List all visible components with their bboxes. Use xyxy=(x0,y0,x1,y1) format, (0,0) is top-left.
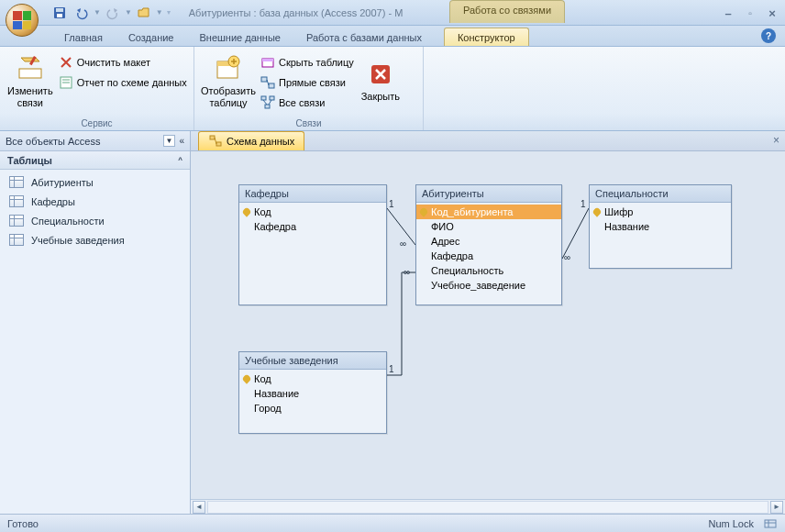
nav-collapse-icon[interactable]: « xyxy=(179,136,184,146)
scroll-track[interactable] xyxy=(207,501,768,514)
section-collapse-icon[interactable]: ^ xyxy=(178,156,182,164)
folder-open-icon xyxy=(137,6,151,20)
entity-spec[interactable]: СпециальностиШифрНазвание xyxy=(589,184,732,269)
direct-relationships-button[interactable]: Прямые связи xyxy=(257,72,358,93)
rel-label: 1 xyxy=(389,364,394,374)
undo-button[interactable] xyxy=(72,3,92,23)
redo-icon xyxy=(105,6,120,20)
rel-label: 1 xyxy=(389,199,394,209)
scroll-left-button[interactable]: ◄ xyxy=(193,501,205,514)
direct-rel-icon xyxy=(260,75,275,90)
svg-rect-2 xyxy=(57,14,62,17)
entity-title[interactable]: Абитуриенты xyxy=(416,185,561,203)
svg-rect-18 xyxy=(265,105,270,108)
field-uz-1[interactable]: Название xyxy=(239,386,386,401)
title-bar: ▼ ▼ ▼ ▾ Абитуриенты : база данных (Acces… xyxy=(0,0,785,26)
document-tabs: Схема данных × xyxy=(191,131,785,151)
clear-icon xyxy=(59,55,73,70)
entity-kaf[interactable]: КафедрыКодКафедра xyxy=(238,184,387,305)
office-button[interactable] xyxy=(6,4,39,37)
nav-item-1[interactable]: Кафедры xyxy=(0,192,190,211)
table-icon xyxy=(9,176,24,188)
all-relationships-button[interactable]: Все связи xyxy=(257,93,358,113)
field-abi-2[interactable]: Адрес xyxy=(416,234,561,249)
hide-table-button[interactable]: Скрыть таблицу xyxy=(257,52,358,72)
office-logo-icon xyxy=(13,11,31,29)
status-ready: Готово xyxy=(7,518,39,529)
field-abi-5[interactable]: Учебное_заведение xyxy=(416,278,561,293)
field-spec-1[interactable]: Название xyxy=(590,219,731,234)
svg-rect-21 xyxy=(216,142,221,146)
status-bar: Готово Num Lock xyxy=(0,514,785,532)
navigation-pane: Все объекты Access ▼ « Таблицы ^ Абитури… xyxy=(0,131,191,514)
close-window-button[interactable]: × xyxy=(765,6,779,20)
hide-table-icon xyxy=(260,55,275,70)
svg-rect-3 xyxy=(19,69,41,78)
field-abi-4[interactable]: Специальность xyxy=(416,263,561,278)
tab-external[interactable]: Внешние данные xyxy=(187,28,293,46)
all-rel-icon xyxy=(260,95,275,110)
entity-uz[interactable]: Учебные заведенияКодНазваниеГород xyxy=(238,351,387,434)
entity-title[interactable]: Учебные заведения xyxy=(239,352,386,370)
svg-rect-16 xyxy=(261,96,266,100)
nav-header[interactable]: Все объекты Access ▼ « xyxy=(0,131,190,151)
redo-button[interactable] xyxy=(103,3,123,23)
field-kaf-0[interactable]: Код xyxy=(239,205,386,219)
svg-rect-12 xyxy=(262,59,273,61)
group-label-service: Сервис xyxy=(0,116,193,130)
horizontal-scrollbar[interactable]: ◄ ► xyxy=(191,499,785,514)
entity-abi[interactable]: АбитуриентыКод_абитуриентаФИОАдресКафедр… xyxy=(415,184,562,305)
clear-layout-button[interactable]: Очистить макет xyxy=(55,52,191,72)
field-uz-2[interactable]: Город xyxy=(239,401,386,416)
entity-title[interactable]: Специальности xyxy=(590,185,731,203)
minimize-button[interactable]: – xyxy=(721,6,735,20)
ribbon: Изменить связи Очистить макет Отчет по с… xyxy=(0,47,785,131)
table-icon xyxy=(9,234,24,246)
relationship-report-button[interactable]: Отчет по схеме данных xyxy=(55,72,191,93)
relationship-canvas[interactable]: КафедрыКодКафедраАбитуриентыКод_абитурие… xyxy=(191,151,785,499)
nav-section-tables[interactable]: Таблицы ^ xyxy=(0,151,190,170)
undo-icon xyxy=(74,6,89,20)
quick-access-toolbar: ▼ ▼ ▼ ▾ xyxy=(50,3,171,23)
tab-design[interactable]: Конструктор xyxy=(444,28,529,46)
field-uz-0[interactable]: Код xyxy=(239,371,386,386)
context-tab-label: Работа со связями xyxy=(449,0,565,23)
close-button[interactable]: Закрыть xyxy=(358,50,404,113)
edit-relationships-icon xyxy=(16,54,45,83)
svg-rect-14 xyxy=(269,83,274,88)
doc-tab-schema[interactable]: Схема данных xyxy=(198,131,304,150)
report-icon xyxy=(59,75,73,90)
rel-label: ∞ xyxy=(404,267,410,277)
view-icon[interactable] xyxy=(763,516,778,531)
doc-close-button[interactable]: × xyxy=(773,134,779,147)
field-abi-0[interactable]: Код_абитуриента xyxy=(416,205,561,219)
group-label-relationships: Связи xyxy=(194,116,423,130)
schema-icon xyxy=(208,134,223,149)
tab-create[interactable]: Создание xyxy=(116,28,187,46)
nav-item-0[interactable]: Абитуриенты xyxy=(0,172,190,192)
show-table-icon xyxy=(214,54,243,83)
nav-item-2[interactable]: Специальности xyxy=(0,211,190,230)
help-button[interactable]: ? xyxy=(761,28,776,43)
ribbon-tabs: Главная Создание Внешние данные Работа с… xyxy=(0,26,785,47)
nav-item-3[interactable]: Учебные заведения xyxy=(0,230,190,249)
restore-button[interactable]: ▫ xyxy=(743,6,757,20)
nav-dropdown-icon[interactable]: ▼ xyxy=(163,135,176,147)
save-icon xyxy=(52,6,67,20)
edit-relationships-button[interactable]: Изменить связи xyxy=(6,50,55,113)
field-kaf-1[interactable]: Кафедра xyxy=(239,219,386,234)
table-icon xyxy=(9,195,24,207)
open-button[interactable] xyxy=(134,3,154,23)
field-abi-3[interactable]: Кафедра xyxy=(416,249,561,263)
field-spec-0[interactable]: Шифр xyxy=(590,205,731,219)
entity-title[interactable]: Кафедры xyxy=(239,185,386,203)
svg-line-15 xyxy=(267,80,269,85)
rel-label: ∞ xyxy=(400,238,406,249)
show-table-button[interactable]: Отобразить таблицу xyxy=(200,50,257,113)
field-abi-1[interactable]: ФИО xyxy=(416,219,561,234)
table-icon xyxy=(9,215,24,227)
tab-home[interactable]: Главная xyxy=(51,28,116,46)
scroll-right-button[interactable]: ► xyxy=(770,501,783,514)
tab-dbtools[interactable]: Работа с базами данных xyxy=(293,28,435,46)
save-button[interactable] xyxy=(50,3,70,23)
